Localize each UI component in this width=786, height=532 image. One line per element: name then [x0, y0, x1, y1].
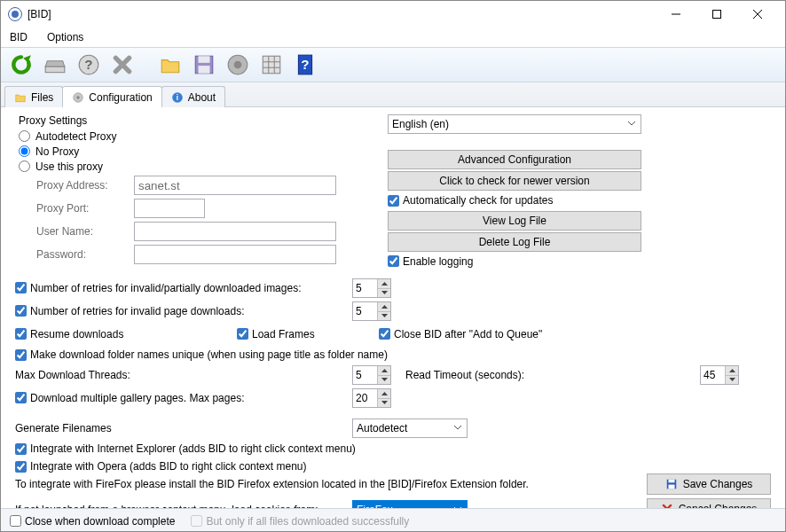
menu-options[interactable]: Options	[43, 29, 87, 45]
spin-up-icon[interactable]	[378, 279, 390, 289]
info-icon: i	[171, 91, 184, 104]
proxy-legend: Proxy Settings	[19, 114, 87, 127]
statusbar: Close when download complete But only if…	[1, 508, 785, 532]
svg-text:?: ?	[84, 57, 92, 72]
svg-text:i: i	[177, 93, 178, 101]
menubar: BID Options	[1, 27, 785, 47]
svg-rect-12	[263, 56, 280, 74]
view-log-button[interactable]: View Log File	[388, 211, 641, 231]
read-timeout-spin[interactable]	[700, 365, 739, 385]
cookies-label: If not launched from a browser context m…	[15, 504, 352, 508]
save-button[interactable]	[189, 50, 219, 80]
window-title: [BID]	[28, 8, 51, 20]
resume-downloads-checkbox[interactable]: Resume downloads	[15, 326, 123, 342]
svg-rect-4	[45, 66, 65, 73]
proxy-address-input[interactable]	[134, 176, 336, 195]
integrate-ie-checkbox[interactable]: Integrate with Internet Explorer (adds B…	[15, 441, 356, 457]
tab-about[interactable]: i About	[161, 86, 225, 107]
max-pages-spin[interactable]	[352, 388, 391, 408]
tab-files[interactable]: Files	[4, 86, 63, 107]
refresh-button[interactable]	[6, 50, 36, 80]
autocheck-updates-checkbox[interactable]: Automatically check for updates	[388, 192, 553, 208]
close-after-checkbox[interactable]: Close BID after "Add to Queue"	[379, 326, 542, 342]
save-icon	[665, 478, 678, 490]
svg-rect-9	[199, 66, 210, 74]
proxy-settings: Proxy Settings Autodetect Proxy No Proxy…	[15, 114, 370, 270]
svg-rect-8	[199, 56, 210, 63]
proxy-username-label: User Name:	[19, 225, 134, 238]
multiple-pages-checkbox[interactable]: Download multiple gallery pages. Max pag…	[15, 390, 244, 406]
retries-images-spin[interactable]	[352, 278, 391, 298]
scan-button[interactable]	[40, 50, 70, 80]
svg-rect-24	[668, 480, 674, 483]
content: Proxy Settings Autodetect Proxy No Proxy…	[1, 107, 785, 508]
gear-icon	[72, 91, 84, 104]
app-icon	[8, 7, 22, 21]
toolbar: ? ?	[1, 47, 785, 82]
cookies-select[interactable]: FireFox	[352, 500, 468, 508]
but-only-if-checkbox: But only if all files downloaded success…	[191, 513, 409, 529]
load-frames-checkbox[interactable]: Load Frames	[237, 326, 315, 342]
language-select[interactable]: English (en)	[388, 114, 641, 134]
folder-button[interactable]	[155, 50, 185, 80]
enable-logging-checkbox[interactable]: Enable logging	[388, 254, 473, 270]
advanced-config-button[interactable]: Advanced Configuration	[388, 150, 641, 169]
spin-down-icon[interactable]	[378, 289, 390, 298]
titlebar: [BID]	[1, 1, 785, 27]
grid-button[interactable]	[256, 50, 287, 80]
proxy-port-input[interactable]	[134, 199, 205, 218]
info-button[interactable]: ?	[290, 50, 320, 80]
language-value: English (en)	[392, 118, 449, 130]
generate-filenames-select[interactable]: Autodetect	[352, 419, 468, 438]
minimize-button[interactable]	[656, 2, 696, 27]
chevron-down-icon	[452, 422, 463, 433]
check-version-button[interactable]: Click to check for newer version	[388, 171, 641, 191]
tabstrip: Files Configuration i About	[1, 82, 785, 107]
proxy-username-input[interactable]	[134, 222, 336, 241]
tab-configuration-label: Configuration	[89, 91, 152, 104]
proxy-port-label: Proxy Port:	[19, 202, 134, 215]
max-threads-label: Max Download Threads:	[15, 369, 352, 381]
close-button[interactable]	[737, 2, 778, 27]
svg-point-11	[234, 61, 242, 69]
tab-files-label: Files	[31, 91, 53, 104]
svg-rect-1	[713, 11, 721, 19]
folder-icon	[14, 91, 27, 104]
close-when-complete-checkbox[interactable]: Close when download complete	[10, 513, 175, 529]
tab-about-label: About	[188, 91, 216, 104]
chevron-down-icon	[626, 118, 637, 129]
cancel-icon	[661, 503, 673, 508]
firefox-note: To integrate with FireFox please install…	[15, 478, 529, 490]
read-timeout-label: Read Timeout (seconds):	[405, 369, 592, 381]
radio-noproxy[interactable]: No Proxy	[19, 144, 370, 159]
delete-log-button[interactable]: Delete Log File	[388, 232, 641, 252]
maximize-button[interactable]	[696, 2, 737, 27]
generate-filenames-label: Generate Filenames	[15, 422, 352, 434]
cancel-changes-button[interactable]: Cancel Changes	[647, 498, 771, 508]
unique-folders-checkbox[interactable]: Make download folder names unique (when …	[15, 347, 388, 363]
integrate-opera-checkbox[interactable]: Integrate with Opera (adds BID to right …	[15, 458, 306, 474]
delete-button[interactable]	[107, 50, 138, 80]
svg-point-20	[77, 96, 81, 99]
save-changes-button[interactable]: Save Changes	[647, 473, 771, 495]
radio-autodetect[interactable]: Autodetect Proxy	[19, 129, 370, 144]
proxy-password-label: Password:	[19, 248, 134, 261]
retries-page-spin[interactable]	[352, 301, 391, 321]
tab-configuration[interactable]: Configuration	[62, 86, 161, 107]
proxy-address-label: Proxy Address:	[19, 179, 134, 192]
radio-usethis[interactable]: Use this proxy	[19, 159, 370, 174]
help-button[interactable]: ?	[74, 50, 104, 80]
svg-rect-25	[668, 485, 674, 489]
svg-text:?: ?	[301, 57, 309, 72]
menu-bid[interactable]: BID	[6, 29, 31, 45]
retries-page-checkbox[interactable]: Number of retries for invalid page downl…	[15, 303, 244, 319]
chevron-down-icon	[452, 504, 463, 508]
proxy-password-input[interactable]	[134, 245, 336, 264]
max-threads-spin[interactable]	[352, 365, 391, 385]
settings-button[interactable]	[223, 50, 253, 80]
retries-images-checkbox[interactable]: Number of retries for invalid/partially …	[15, 280, 301, 296]
